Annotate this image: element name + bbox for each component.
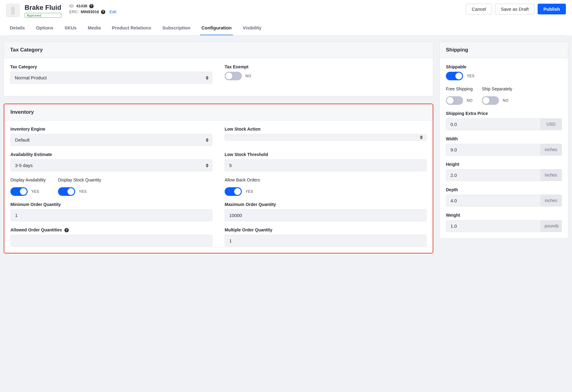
allowed-order-qty-label: Allowed Order Quantities ? (10, 227, 212, 232)
multiple-order-qty-label: Multiple Order Quantity (225, 227, 427, 232)
currency-unit: USD (540, 118, 562, 130)
weight-label: Weight (446, 213, 562, 218)
weight-unit: pounds (540, 220, 562, 232)
low-stock-threshold-input[interactable] (225, 159, 427, 171)
shipping-extra-price-label: Shipping Extra Price (446, 111, 562, 116)
inventory-engine-label: Inventory Engine (10, 127, 212, 131)
tax-category-panel: Tax Category Tax Category Normal Product (4, 42, 433, 96)
free-shipping-state: NO (467, 98, 473, 103)
info-icon[interactable]: ? (101, 10, 105, 14)
shippable-state: YES (467, 74, 475, 78)
svg-rect-0 (12, 6, 14, 7)
tax-exempt-label: Tax Exempt (225, 64, 427, 69)
tab-skus[interactable]: SKUs (63, 21, 78, 35)
low-stock-action-label: Low Stock Action (225, 127, 427, 131)
tax-exempt-state: NO (245, 74, 251, 78)
tax-category-select[interactable]: Normal Product (10, 72, 212, 84)
edit-link[interactable]: Edit (110, 10, 116, 14)
tab-options[interactable]: Options (35, 21, 55, 35)
tax-category-label: Tax Category (10, 64, 212, 69)
product-thumbnail (6, 4, 20, 17)
height-label: Height (446, 162, 562, 167)
allowed-order-qty-input[interactable] (10, 235, 212, 247)
depth-unit: inches (540, 195, 562, 207)
depth-input[interactable] (446, 195, 540, 207)
display-availability-state: YES (31, 189, 39, 194)
width-label: Width (446, 136, 562, 141)
panel-title: Shipping (440, 42, 568, 58)
publish-button[interactable]: Publish (538, 4, 566, 14)
low-stock-action-select[interactable] (225, 134, 427, 141)
allow-backorders-toggle[interactable] (225, 187, 242, 196)
ship-separately-toggle[interactable] (482, 96, 499, 105)
display-availability-toggle[interactable] (10, 187, 28, 196)
tab-configuration[interactable]: Configuration (200, 21, 233, 35)
info-icon[interactable]: ? (64, 228, 69, 232)
height-input[interactable] (446, 169, 540, 181)
tab-product-relations[interactable]: Product Relations (110, 21, 152, 35)
ship-separately-label: Ship Separately (482, 86, 512, 91)
max-order-qty-label: Maximum Order Quantity (225, 202, 427, 207)
shippable-label: Shippable (446, 64, 562, 69)
tab-details[interactable]: Details (9, 21, 26, 35)
allow-backorders-label: Allow Back Orders (225, 177, 427, 182)
inventory-engine-select[interactable]: Default (10, 134, 212, 146)
free-shipping-label: Free Shipping (446, 86, 473, 91)
max-order-qty-input[interactable] (225, 209, 427, 221)
height-unit: inches (540, 169, 562, 181)
panel-title: Tax Category (4, 42, 433, 58)
display-availability-label: Display Availability (10, 177, 46, 182)
erc-value: MIN93016 (81, 10, 99, 14)
free-shipping-toggle[interactable] (446, 96, 463, 105)
width-input[interactable] (446, 144, 540, 156)
weight-input[interactable] (446, 220, 540, 232)
erc-label: ERC: (69, 10, 79, 14)
id-label: ID: (69, 4, 75, 8)
tax-exempt-toggle[interactable] (225, 72, 242, 80)
tab-subscription[interactable]: Subscription (161, 21, 192, 35)
id-value: 41438 (76, 4, 87, 8)
panel-title: Inventory (4, 104, 433, 120)
shipping-panel: Shipping Shippable YES Free Shipping NO (439, 42, 568, 238)
info-icon[interactable]: ? (89, 4, 94, 8)
availability-estimate-select[interactable]: 3-5 days (10, 159, 212, 171)
multiple-order-qty-input[interactable] (225, 235, 427, 247)
allow-backorders-state: YES (245, 189, 253, 194)
ship-separately-state: NO (503, 98, 508, 103)
depth-label: Depth (446, 187, 562, 192)
svg-rect-1 (11, 7, 15, 15)
inventory-panel: Inventory Inventory Engine Default (4, 104, 433, 253)
shippable-toggle[interactable] (446, 72, 463, 80)
display-stock-qty-toggle[interactable] (58, 187, 75, 196)
tab-media[interactable]: Media (87, 21, 102, 35)
display-stock-qty-state: YES (79, 189, 87, 194)
availability-estimate-label: Availability Estimate (10, 152, 212, 157)
width-unit: inches (540, 144, 562, 156)
display-stock-qty-label: Display Stock Quantity (58, 177, 101, 182)
low-stock-threshold-label: Low Stock Threshold (225, 152, 427, 157)
shipping-extra-price-input[interactable] (446, 118, 540, 130)
min-order-qty-input[interactable] (10, 209, 212, 221)
page-title: Brake Fluid (25, 4, 61, 12)
save-draft-button[interactable]: Save as Draft (495, 4, 535, 14)
tab-visibility[interactable]: Visibility (242, 21, 263, 35)
tabs: DetailsOptionsSKUsMediaProduct Relations… (6, 21, 566, 35)
min-order-qty-label: Minimum Order Quantity (10, 202, 212, 207)
cancel-button[interactable]: Cancel (466, 4, 492, 14)
status-badge: Approved (25, 13, 61, 18)
